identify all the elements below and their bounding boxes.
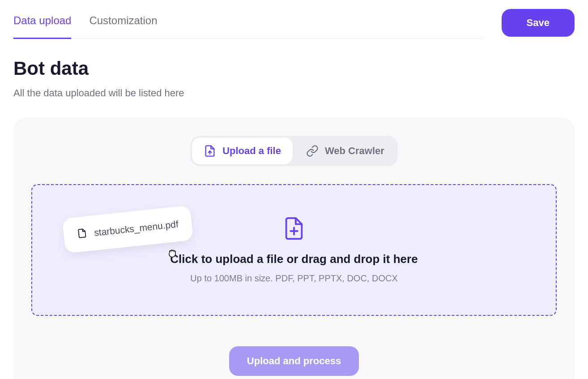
upload-card: Upload a file Web Crawler Click to uploa… [13, 118, 575, 379]
segment-upload-file-label: Upload a file [222, 145, 281, 157]
dragged-file-chip[interactable]: starbucks_menu.pdf [62, 205, 194, 254]
upload-mode-segmented: Upload a file Web Crawler [190, 136, 398, 166]
page-title: Bot data [13, 58, 575, 79]
file-plus-icon [283, 216, 305, 241]
file-upload-icon [204, 145, 216, 157]
grab-cursor-icon [166, 247, 178, 260]
upload-process-button[interactable]: Upload and process [229, 346, 359, 376]
tab-customization[interactable]: Customization [89, 9, 157, 39]
link-icon [306, 145, 319, 157]
tabs-container: Data upload Customization [13, 9, 484, 39]
dragged-file-name: starbucks_menu.pdf [94, 219, 179, 238]
tab-data-upload[interactable]: Data upload [13, 9, 71, 39]
dropzone-title: Click to upload a file or drag and drop … [170, 252, 418, 266]
dropzone-subtitle: Up to 100MB in size. PDF, PPT, PPTX, DOC… [190, 273, 397, 284]
file-dropzone[interactable]: Click to upload a file or drag and drop … [31, 184, 557, 316]
save-button[interactable]: Save [502, 9, 575, 37]
segment-web-crawler-label: Web Crawler [325, 145, 384, 157]
document-icon [77, 228, 88, 241]
page-subtitle: All the data uploaded will be listed her… [13, 87, 575, 99]
segment-web-crawler[interactable]: Web Crawler [294, 138, 396, 164]
segment-upload-file[interactable]: Upload a file [192, 138, 293, 164]
